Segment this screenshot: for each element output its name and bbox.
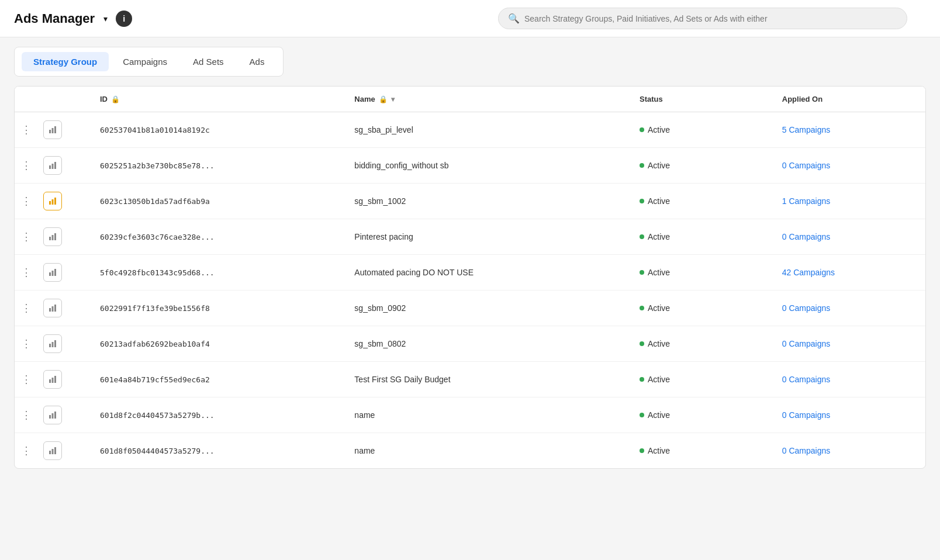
row-checkbox-1[interactable]	[67, 148, 91, 184]
row-checkbox-9[interactable]	[67, 433, 91, 469]
svg-rect-4	[52, 164, 54, 169]
row-id-5: 6022991f7f13fe39be1556f8	[91, 291, 345, 326]
svg-rect-8	[54, 198, 56, 205]
row-checkbox-2[interactable]	[67, 184, 91, 219]
status-dot-8	[640, 413, 644, 417]
row-menu-4[interactable]: ⋮	[15, 255, 38, 291]
row-checkbox-7[interactable]	[67, 362, 91, 397]
row-menu-7[interactable]: ⋮	[15, 362, 38, 397]
row-id-3: 60239cfe3603c76cae328e...	[91, 219, 345, 255]
tab-strategy-group[interactable]: Strategy Group	[22, 52, 109, 71]
tabs-container: Strategy Group Campaigns Ad Sets Ads	[14, 47, 284, 77]
row-menu-2[interactable]: ⋮	[15, 184, 38, 219]
applied-link-3[interactable]: 0 Campaigns	[782, 232, 831, 241]
status-label-8: Active	[648, 410, 670, 420]
row-menu-1[interactable]: ⋮	[15, 148, 38, 184]
th-status: Status	[630, 87, 773, 112]
row-chart-8	[38, 397, 67, 433]
status-dot-1	[640, 163, 644, 168]
row-name-5: sg_sbm_0902	[345, 291, 630, 326]
row-menu-3[interactable]: ⋮	[15, 219, 38, 255]
chart-icon-btn-8[interactable]	[43, 406, 62, 424]
tab-campaigns[interactable]: Campaigns	[111, 52, 179, 71]
status-dot-9	[640, 448, 644, 453]
row-applied-2[interactable]: 1 Campaigns	[773, 184, 925, 219]
row-id-2: 6023c13050b1da57adf6ab9a	[91, 184, 345, 219]
applied-link-5[interactable]: 0 Campaigns	[782, 303, 831, 313]
svg-rect-27	[49, 451, 51, 454]
chevron-down-icon[interactable]: ▾	[99, 13, 111, 25]
chart-icon-btn-6[interactable]	[43, 334, 62, 353]
row-checkbox-8[interactable]	[67, 397, 91, 433]
row-applied-0[interactable]: 5 Campaigns	[773, 112, 925, 148]
name-lock-icon: 🔒	[379, 95, 388, 103]
table-row: ⋮ 601d8f2c04404573a5279b... name Active	[15, 397, 925, 433]
row-applied-9[interactable]: 0 Campaigns	[773, 433, 925, 469]
row-chart-5	[38, 291, 67, 326]
row-applied-1[interactable]: 0 Campaigns	[773, 148, 925, 184]
applied-link-0[interactable]: 5 Campaigns	[782, 125, 831, 134]
data-table: ID 🔒 Name 🔒 ▾ Status Applied On	[15, 87, 925, 468]
status-label-9: Active	[648, 446, 670, 455]
table-row: ⋮ 601e4a84b719cf55ed9ec6a2 Test First SG…	[15, 362, 925, 397]
applied-link-9[interactable]: 0 Campaigns	[782, 446, 831, 455]
tab-ad-sets[interactable]: Ad Sets	[181, 52, 236, 71]
name-sort-icon[interactable]: ▾	[391, 95, 395, 103]
info-icon[interactable]: i	[116, 11, 132, 27]
chart-icon-btn-2[interactable]	[43, 192, 62, 210]
row-menu-8[interactable]: ⋮	[15, 397, 38, 433]
tab-ads[interactable]: Ads	[238, 52, 277, 71]
chart-icon-btn-1[interactable]	[43, 156, 62, 175]
row-applied-6[interactable]: 0 Campaigns	[773, 326, 925, 362]
row-status-9: Active	[630, 433, 773, 469]
row-applied-5[interactable]: 0 Campaigns	[773, 291, 925, 326]
row-chart-6	[38, 326, 67, 362]
row-applied-7[interactable]: 0 Campaigns	[773, 362, 925, 397]
svg-rect-16	[52, 306, 54, 312]
chart-icon-btn-5[interactable]	[43, 299, 62, 317]
row-menu-6[interactable]: ⋮	[15, 326, 38, 362]
row-id-7: 601e4a84b719cf55ed9ec6a2	[91, 362, 345, 397]
row-applied-4[interactable]: 42 Campaigns	[773, 255, 925, 291]
row-menu-0[interactable]: ⋮	[15, 112, 38, 148]
applied-link-2[interactable]: 1 Campaigns	[782, 196, 831, 206]
row-applied-8[interactable]: 0 Campaigns	[773, 397, 925, 433]
status-dot-5	[640, 306, 644, 310]
chart-icon-btn-4[interactable]	[43, 263, 62, 282]
row-applied-3[interactable]: 0 Campaigns	[773, 219, 925, 255]
row-checkbox-6[interactable]	[67, 326, 91, 362]
row-checkbox-4[interactable]	[67, 255, 91, 291]
chart-icon-btn-9[interactable]	[43, 441, 62, 460]
header: Ads Manager ▾ i 🔍	[0, 0, 940, 37]
th-checkbox	[67, 87, 91, 112]
chart-icon-btn-3[interactable]	[43, 227, 62, 246]
svg-rect-9	[49, 237, 51, 240]
row-menu-9[interactable]: ⋮	[15, 433, 38, 469]
svg-rect-2	[54, 126, 56, 133]
applied-link-7[interactable]: 0 Campaigns	[782, 375, 831, 384]
applied-link-6[interactable]: 0 Campaigns	[782, 339, 831, 348]
svg-rect-12	[49, 272, 51, 276]
row-status-2: Active	[630, 184, 773, 219]
app-title: Ads Manager	[14, 11, 95, 26]
row-menu-5[interactable]: ⋮	[15, 291, 38, 326]
row-checkbox-5[interactable]	[67, 291, 91, 326]
applied-link-1[interactable]: 0 Campaigns	[782, 161, 831, 170]
svg-rect-10	[52, 235, 54, 240]
applied-link-8[interactable]: 0 Campaigns	[782, 410, 831, 420]
svg-rect-3	[49, 165, 51, 169]
row-name-2: sg_sbm_1002	[345, 184, 630, 219]
chart-icon-btn-7[interactable]	[43, 370, 62, 389]
applied-link-4[interactable]: 42 Campaigns	[782, 268, 835, 277]
chart-icon-btn-0[interactable]	[43, 120, 62, 139]
row-checkbox-3[interactable]	[67, 219, 91, 255]
svg-rect-22	[52, 378, 54, 383]
svg-rect-0	[49, 130, 51, 133]
row-id-4: 5f0c4928fbc01343c95d68...	[91, 255, 345, 291]
search-container: 🔍	[498, 8, 907, 29]
search-input[interactable]	[524, 14, 897, 23]
search-wrapper: 🔍	[498, 8, 907, 29]
status-dot-4	[640, 270, 644, 275]
row-checkbox-0[interactable]	[67, 112, 91, 148]
row-id-0: 602537041b81a01014a8192c	[91, 112, 345, 148]
